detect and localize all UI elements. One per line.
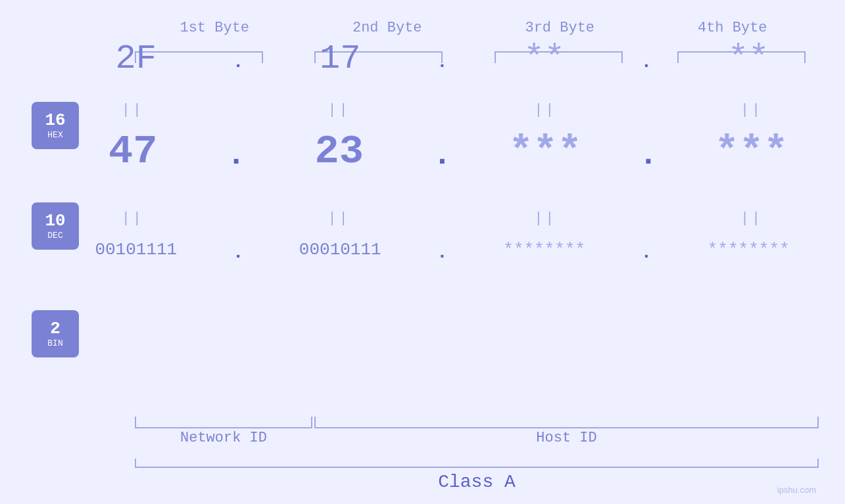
eq2-b4: || [658, 210, 845, 227]
bin-byte4: ******** [652, 240, 845, 260]
network-id-label: Network ID [135, 430, 312, 446]
bin-dot2: . [437, 244, 448, 262]
hex-byte2: 17 [243, 39, 437, 78]
col-header-2: 2nd Byte [301, 20, 474, 36]
eq1-b1: || [39, 102, 226, 118]
eq1-b2: || [246, 102, 433, 118]
bin-byte2: 00010111 [243, 240, 437, 260]
eq2-b1: || [39, 210, 226, 227]
badge-bin: 2 BIN [32, 310, 79, 357]
equals-row-1: || || || || [39, 102, 845, 118]
row-hex: 2F . 17 . ** . ** [39, 39, 845, 78]
hex-dot2: . [437, 53, 448, 72]
dec-byte4: *** [658, 128, 845, 175]
class-label: Class A [135, 472, 819, 492]
bin-byte1: 00101111 [39, 240, 233, 260]
col-header-1: 1st Byte [128, 20, 301, 36]
eq2-b2: || [246, 210, 433, 227]
hex-dot1: . [233, 53, 244, 72]
column-headers: 1st Byte 2nd Byte 3rd Byte 4th Byte [128, 20, 819, 36]
eq2-b3: || [452, 210, 639, 227]
dec-byte1: 47 [39, 128, 227, 175]
bin-dot3: . [641, 244, 652, 262]
badge-bin-number: 2 [50, 320, 60, 337]
col-header-4: 4th Byte [646, 20, 819, 36]
hex-byte3: ** [448, 39, 641, 78]
eq1-b4: || [658, 102, 845, 118]
badge-bin-label: BIN [47, 338, 62, 348]
row-bin: 00101111 . 00010111 . ******** . *******… [39, 240, 845, 260]
hex-byte4: ** [652, 39, 845, 78]
dec-dot3: . [639, 139, 658, 171]
hex-dot3: . [641, 53, 652, 72]
row-dec: 47 . 23 . *** . *** [39, 128, 845, 175]
page-container: 16 HEX 10 DEC 2 BIN 1st Byte 2nd Byte 3r… [0, 0, 845, 504]
watermark: ipshu.com [777, 485, 816, 495]
eq1-b3: || [452, 102, 639, 118]
host-id-label: Host ID [314, 430, 819, 446]
dec-dot1: . [227, 139, 246, 171]
bracket-host-id [314, 417, 819, 428]
dec-byte2: 23 [245, 128, 433, 175]
bracket-network-id [135, 417, 312, 428]
bin-dot1: . [233, 244, 244, 262]
bracket-class [135, 459, 819, 468]
col-header-3: 3rd Byte [473, 20, 646, 36]
dec-byte3: *** [452, 128, 639, 175]
badge-dec-label: DEC [47, 231, 62, 241]
dec-dot2: . [433, 139, 452, 171]
bin-byte3: ******** [448, 240, 641, 260]
equals-row-2: || || || || [39, 210, 845, 227]
hex-byte1: 2F [39, 39, 233, 78]
